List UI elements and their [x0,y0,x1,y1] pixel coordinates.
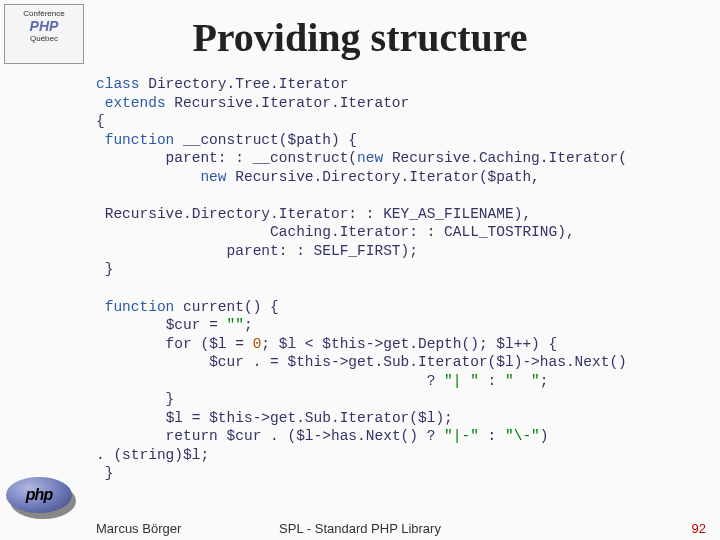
footer-center: SPL - Standard PHP Library [279,521,441,536]
slide-title: Providing structure [0,0,720,75]
footer-page-number: 92 [692,521,706,536]
footer-author: Marcus Börger [96,521,181,536]
logo-top-sub: Québec [5,34,83,43]
logo-top-php: PHP [5,18,83,34]
logo-top-text: Conférence [5,9,83,18]
code-block: class Directory.Tree.Iterator extends Re… [0,75,720,483]
conference-logo-top: Conférence PHP Québec [4,4,84,64]
php-logo-bottom: php [6,477,76,522]
php-oval-icon: php [6,477,72,513]
